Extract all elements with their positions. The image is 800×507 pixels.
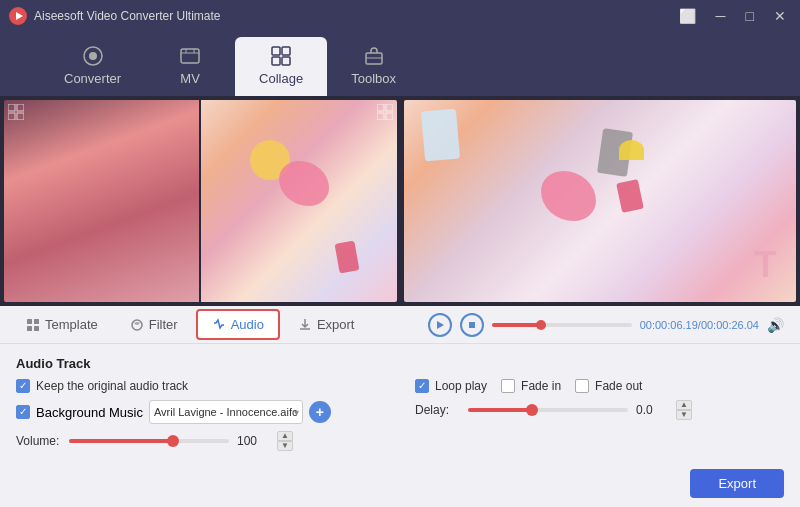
playback-controls: 00:00:06.19/00:00:26.04 🔊 <box>428 313 788 337</box>
keep-original-label: Keep the original audio track <box>36 379 188 393</box>
window-controls: ⬜ ─ □ ✕ <box>673 6 792 26</box>
bg-music-select-wrapper: Avril Lavigne - Innocence.aifc <box>149 400 303 424</box>
tab-toolbox-label: Toolbox <box>351 71 396 86</box>
template-icon <box>26 318 40 332</box>
delay-down-button[interactable]: ▼ <box>676 410 692 420</box>
sub-tab-bar: Template Filter Audio Export <box>0 306 800 344</box>
tab-audio[interactable]: Audio <box>196 309 280 340</box>
svg-marker-23 <box>437 321 444 329</box>
audio-left-col: Keep the original audio track Background… <box>16 379 385 451</box>
delay-handle[interactable] <box>526 404 538 416</box>
volume-slider[interactable] <box>69 439 229 443</box>
export-button[interactable]: Export <box>690 469 784 498</box>
loop-play-row: Loop play <box>415 379 487 393</box>
delay-value: 0.0 <box>636 403 666 417</box>
bg-music-select[interactable]: Avril Lavigne - Innocence.aifc <box>149 400 303 424</box>
close-icon[interactable]: ✕ <box>768 6 792 26</box>
tab-mv[interactable]: MV <box>145 37 235 96</box>
progress-fill <box>492 323 541 327</box>
collage-cell-2 <box>201 100 396 302</box>
svg-rect-13 <box>17 113 24 120</box>
fade-out-checkbox[interactable] <box>575 379 589 393</box>
svg-rect-5 <box>272 47 280 55</box>
svg-rect-4 <box>181 49 199 63</box>
svg-rect-14 <box>377 104 384 111</box>
play-button[interactable] <box>428 313 452 337</box>
main-content: Template Filter Audio Export <box>0 306 800 507</box>
delay-row: Delay: 0.0 ▲ ▼ <box>415 400 784 420</box>
volume-label: Volume: <box>16 434 61 448</box>
preview-area: T <box>0 96 800 306</box>
volume-handle[interactable] <box>167 435 179 447</box>
bg-music-checkbox[interactable] <box>16 405 30 419</box>
time-display: 00:00:06.19/00:00:26.04 <box>640 319 759 331</box>
tab-export-label: Export <box>317 317 355 332</box>
tab-template-label: Template <box>45 317 98 332</box>
tab-export[interactable]: Export <box>284 311 369 338</box>
add-music-button[interactable]: + <box>309 401 331 423</box>
volume-stepper: ▲ ▼ <box>277 431 293 451</box>
svg-rect-8 <box>282 57 290 65</box>
svg-rect-16 <box>377 113 384 120</box>
fade-in-label: Fade in <box>521 379 561 393</box>
fade-in-checkbox[interactable] <box>501 379 515 393</box>
delay-fill <box>468 408 532 412</box>
volume-down-button[interactable]: ▼ <box>277 441 293 451</box>
progress-handle[interactable] <box>536 320 546 330</box>
svg-rect-18 <box>27 319 32 324</box>
grid-overlay-icon-2 <box>377 104 393 120</box>
preview-panel-left <box>4 100 397 302</box>
chat-icon[interactable]: ⬜ <box>673 6 702 26</box>
audio-track-title: Audio Track <box>16 356 784 371</box>
bg-music-label: Background Music <box>36 405 143 420</box>
svg-rect-19 <box>34 319 39 324</box>
keep-original-checkbox[interactable] <box>16 379 30 393</box>
nav-tab-bar: Converter MV Collage Toolbox <box>0 32 800 96</box>
converter-icon <box>82 45 104 67</box>
loop-play-label: Loop play <box>435 379 487 393</box>
toolbox-icon <box>363 45 385 67</box>
collage-icon <box>270 45 292 67</box>
volume-icon[interactable]: 🔊 <box>767 317 784 333</box>
preview-panel-right: T <box>404 100 797 302</box>
svg-rect-12 <box>8 113 15 120</box>
tab-collage[interactable]: Collage <box>235 37 327 96</box>
grid-overlay-icon <box>8 104 24 120</box>
svg-rect-20 <box>27 326 32 331</box>
tab-converter-label: Converter <box>64 71 121 86</box>
current-time: 00:00:06.19 <box>640 319 698 331</box>
svg-rect-24 <box>469 322 475 328</box>
stop-button[interactable] <box>460 313 484 337</box>
fade-out-row: Fade out <box>575 379 642 393</box>
export-icon <box>298 318 312 332</box>
tab-mv-label: MV <box>180 71 200 86</box>
svg-point-3 <box>89 52 97 60</box>
tab-filter[interactable]: Filter <box>116 311 192 338</box>
keep-original-row: Keep the original audio track <box>16 379 385 393</box>
volume-row: Volume: 100 ▲ ▼ <box>16 431 385 451</box>
svg-rect-11 <box>17 104 24 111</box>
delay-up-button[interactable]: ▲ <box>676 400 692 410</box>
tab-audio-label: Audio <box>231 317 264 332</box>
audio-icon <box>212 318 226 332</box>
minimize-icon[interactable]: ─ <box>710 6 732 26</box>
tab-converter[interactable]: Converter <box>40 37 145 96</box>
fade-in-row: Fade in <box>501 379 561 393</box>
tab-filter-label: Filter <box>149 317 178 332</box>
audio-settings-layout: Keep the original audio track Background… <box>16 379 784 451</box>
delay-slider[interactable] <box>468 408 628 412</box>
app-title: Aiseesoft Video Converter Ultimate <box>34 9 673 23</box>
svg-rect-6 <box>282 47 290 55</box>
svg-rect-17 <box>386 113 393 120</box>
tab-toolbox[interactable]: Toolbox <box>327 37 420 96</box>
maximize-icon[interactable]: □ <box>740 6 760 26</box>
progress-bar[interactable] <box>492 323 632 327</box>
audio-panel: Audio Track Keep the original audio trac… <box>0 344 800 463</box>
tab-template[interactable]: Template <box>12 311 112 338</box>
loop-play-checkbox[interactable] <box>415 379 429 393</box>
volume-value: 100 <box>237 434 267 448</box>
volume-fill <box>69 439 173 443</box>
volume-up-button[interactable]: ▲ <box>277 431 293 441</box>
fade-out-label: Fade out <box>595 379 642 393</box>
svg-rect-15 <box>386 104 393 111</box>
